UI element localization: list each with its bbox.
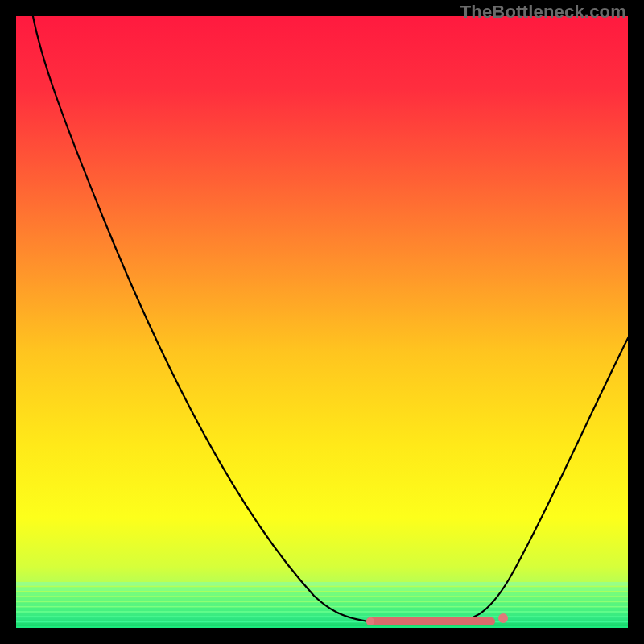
chart-frame: TheBottleneck.com — [0, 0, 644, 644]
svg-point-12 — [498, 613, 508, 623]
plot-area — [16, 16, 628, 628]
bottleneck-curve — [16, 16, 628, 628]
watermark-text: TheBottleneck.com — [460, 2, 626, 23]
optimal-range-marker — [366, 613, 508, 625]
svg-point-11 — [366, 617, 374, 625]
